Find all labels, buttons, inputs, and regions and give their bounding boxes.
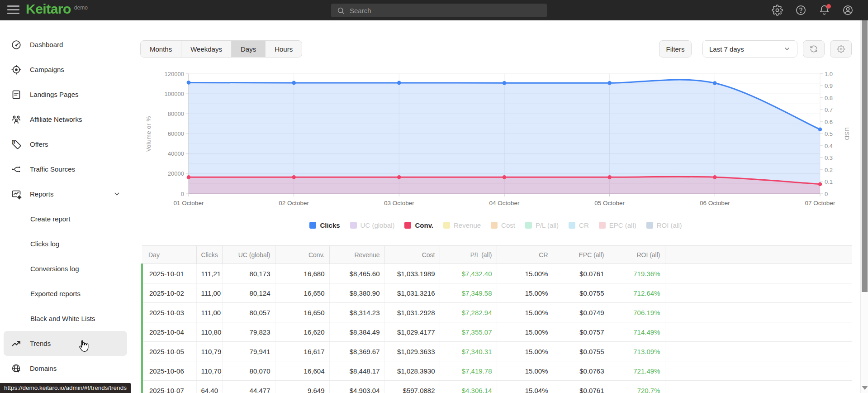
cell-roi-all: 714.49% [609, 322, 665, 342]
table-row: 2025-10-04110,8079,82316,620$8,384.49$1,… [142, 322, 852, 342]
table-row: 2025-10-03111,0080,05716,650$8,314.23$1,… [142, 303, 852, 322]
legend-item-revenue[interactable]: Revenue [443, 221, 481, 229]
column-header-epc-all[interactable]: EPC (all) [553, 246, 609, 264]
svg-text:0.4: 0.4 [825, 143, 833, 149]
cell-uc-global: 80,173 [222, 264, 275, 283]
legend-item-p-l-all[interactable]: P/L (all) [525, 221, 559, 229]
page-scrollbar[interactable] [860, 20, 868, 393]
cell-day: 2025-10-06 [142, 361, 196, 381]
cell-clicks: 111,00 [196, 303, 222, 322]
legend-label: Revenue [454, 221, 481, 229]
legend-item-conv[interactable]: Conv. [404, 221, 433, 229]
chart-settings-button[interactable] [830, 40, 852, 58]
brand[interactable]: Keitaro demo [26, 1, 88, 17]
tab-days[interactable]: Days [232, 41, 266, 57]
status-url-tooltip: https://demo.keitaro.io/admin/#!/trends/… [0, 383, 131, 393]
cell-epc-all: $0.0763 [553, 361, 609, 381]
sidebar-item-dashboard[interactable]: Dashboard [0, 32, 131, 57]
sidebar-item-offers[interactable]: $Offers [0, 132, 131, 157]
cell-epc-all: $0.0755 [553, 283, 609, 303]
column-header-conv[interactable]: Conv. [275, 246, 329, 264]
sidebar-item-landings-pages[interactable]: Landings Pages [0, 82, 131, 107]
settings-icon[interactable] [771, 5, 783, 16]
global-search[interactable] [331, 4, 547, 17]
svg-text:Volume or %: Volume or % [145, 116, 152, 152]
sidebar-item-domains[interactable]: Domains [0, 356, 131, 381]
legend-label: P/L (all) [536, 221, 559, 229]
legend-label: ROI (all) [657, 221, 682, 229]
svg-text:0.7: 0.7 [825, 106, 833, 113]
svg-text:120000: 120000 [165, 71, 184, 77]
legend-item-clicks[interactable]: Clicks [309, 221, 340, 229]
cell-uc-global: 80,070 [222, 361, 275, 381]
cell-conv: 16,604 [275, 361, 329, 381]
account-icon[interactable] [842, 5, 854, 16]
cell-roi-all: 713.09% [609, 342, 665, 361]
svg-text:1.0: 1.0 [825, 71, 833, 77]
legend-label: CR [579, 221, 589, 229]
legend-swatch [569, 222, 575, 229]
trends-chart: 02000040000600008000010000012000000.10.2… [131, 59, 860, 213]
table-header-row: DayClicksUC (global)Conv.RevenueCostP/L … [142, 246, 852, 264]
notifications-icon[interactable] [818, 5, 830, 16]
offers-icon: $ [11, 139, 22, 150]
svg-text:05 October: 05 October [594, 200, 625, 206]
filters-button[interactable]: Filters [659, 40, 692, 58]
sidebar-item-conversions-log[interactable]: Conversions log [17, 256, 131, 281]
table-row: 2025-10-01111,2180,17316,680$8,465.60$1,… [142, 264, 852, 283]
scroll-down-arrow-icon[interactable] [862, 386, 868, 390]
help-icon[interactable] [795, 5, 806, 16]
cell-clicks: 111,21 [196, 264, 222, 283]
sidebar-item-label: Trends [30, 340, 51, 347]
cell-revenue: $4,903.04 [329, 381, 384, 393]
menu-icon[interactable] [7, 5, 19, 15]
cell-conv: 16,650 [275, 303, 329, 322]
sidebar-item-affiliate-networks[interactable]: Affiliate Networks [0, 107, 131, 132]
column-header-roi-all[interactable]: ROI (all) [609, 246, 665, 264]
tab-hours[interactable]: Hours [266, 41, 302, 57]
column-header-day[interactable]: Day [142, 246, 196, 264]
cell-roi-all: 721.49% [609, 361, 665, 381]
sidebar-item-create-report[interactable]: Create report [17, 206, 131, 231]
column-header-uc-global[interactable]: UC (global) [222, 246, 275, 264]
svg-text:06 October: 06 October [700, 200, 730, 206]
legend-item-cost[interactable]: Cost [491, 221, 515, 229]
sidebar-item-exported-reports[interactable]: Exported reports [17, 281, 131, 306]
column-header-p-l-all[interactable]: P/L (all) [440, 246, 497, 264]
refresh-button[interactable] [803, 40, 825, 58]
sidebar-item-label: Landings Pages [30, 91, 79, 98]
cell-cr: 15.00% [497, 322, 553, 342]
date-range-select[interactable]: Last 7 days [702, 40, 797, 58]
svg-text:0: 0 [825, 191, 828, 197]
scrollbar-thumb[interactable] [862, 20, 868, 292]
legend-swatch [491, 222, 498, 229]
sidebar-item-clicks-log[interactable]: Clicks log [17, 231, 131, 256]
demo-badge: demo [74, 5, 88, 11]
column-header-cr[interactable]: CR [497, 246, 553, 264]
reports-icon [11, 189, 22, 200]
sidebar-item-reports[interactable]: Reports [0, 182, 131, 206]
sidebar-item-traffic-sources[interactable]: Traffic Sources [0, 157, 131, 182]
cell-clicks: 110,79 [196, 342, 222, 361]
legend-item-epc-all[interactable]: EPC (all) [599, 221, 636, 229]
column-header-cost[interactable]: Cost [384, 246, 440, 264]
legend-item-cr[interactable]: CR [569, 221, 589, 229]
legend-swatch [404, 222, 411, 229]
tab-weekdays[interactable]: Weekdays [181, 41, 232, 57]
legend-item-roi-all[interactable]: ROI (all) [646, 221, 682, 229]
column-header-revenue[interactable]: Revenue [329, 246, 384, 264]
legend-label: Clicks [320, 221, 340, 229]
sidebar-item-label: Campaigns [30, 66, 64, 73]
sidebar-item-label: Affiliate Networks [30, 115, 82, 123]
search-input[interactable] [350, 7, 541, 14]
sidebar-item-black-and-white-lists[interactable]: Black and White Lists [17, 306, 131, 331]
column-header-clicks[interactable]: Clicks [196, 246, 222, 264]
cell-epc-all: $0.0749 [553, 303, 609, 322]
tab-months[interactable]: Months [141, 41, 181, 57]
sidebar-item-trends[interactable]: Trends [4, 331, 127, 356]
legend-swatch [599, 222, 606, 229]
cell-revenue: $8,465.60 [329, 264, 384, 283]
affiliate-icon [11, 114, 22, 125]
sidebar-item-campaigns[interactable]: Campaigns [0, 57, 131, 82]
legend-item-uc-global[interactable]: UC (global) [350, 221, 395, 229]
